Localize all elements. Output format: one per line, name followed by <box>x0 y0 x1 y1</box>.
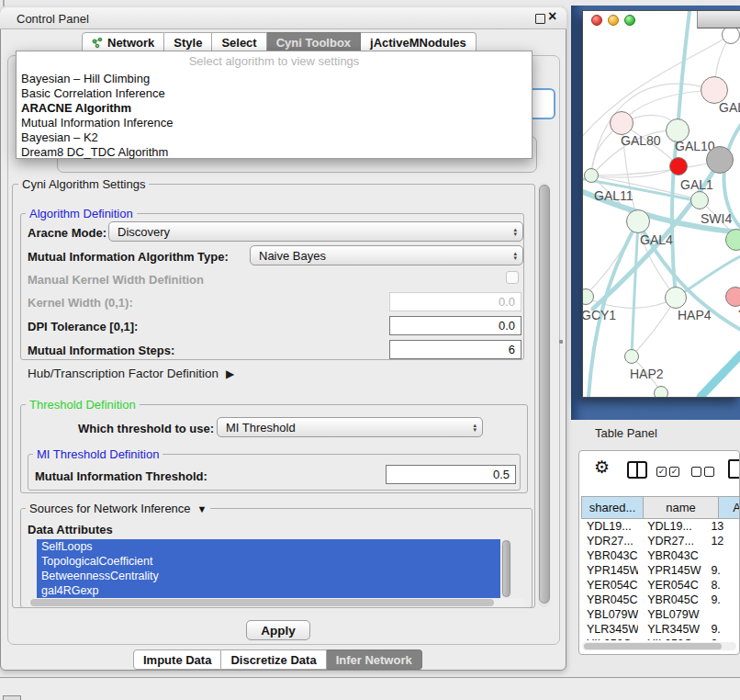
table-cell[interactable]: 9. <box>707 564 740 577</box>
table-cell[interactable]: YER054C <box>638 579 707 592</box>
mi-algorithm-type-select-value: Naive Bayes <box>259 249 326 263</box>
network-window[interactable]: GALGAL80GAL10GAL1GAL11GAL4SWI4GCY1HAP4YH… <box>582 10 740 398</box>
tab-discretize-data[interactable]: Discretize Data <box>221 649 326 670</box>
table-cell[interactable]: 12 <box>707 535 740 548</box>
table-row[interactable]: YLR345WYLR345W9. <box>581 622 740 637</box>
dropdown-item-dream8-dc-tdc-algorithm[interactable]: Dream8 DC_TDC Algorithm <box>17 145 532 160</box>
table-cell[interactable]: YLR345W <box>581 623 638 636</box>
table-horizontal-scrollbar-thumb[interactable] <box>584 643 722 649</box>
gear-icon[interactable]: ⚙ <box>594 457 610 478</box>
tab-impute-data[interactable]: Impute Data <box>133 649 221 670</box>
zoom-traffic-light[interactable] <box>624 15 635 26</box>
table-row[interactable]: YDR27...YDR27...12 <box>581 534 740 548</box>
node-label-gal11: GAL11 <box>594 188 633 203</box>
table-cell[interactable]: 13 <box>707 520 740 533</box>
table-cell[interactable]: YBR043C <box>638 549 707 562</box>
tab-label: Impute Data <box>143 653 211 667</box>
table-cell[interactable]: 8. <box>707 579 740 592</box>
table-row[interactable]: YIL052CYIL052C9 <box>581 637 740 640</box>
close-traffic-light[interactable] <box>591 15 602 26</box>
page-icon[interactable] <box>728 459 740 479</box>
table-row[interactable]: YPR145WYPR145W9. <box>581 563 740 578</box>
tab-infer-network[interactable]: Infer Network <box>327 649 422 670</box>
table-cell[interactable]: 9. <box>707 593 740 606</box>
mi-algorithm-type-select[interactable]: Naive Bayes ▴▾ <box>250 245 523 265</box>
close-icon[interactable]: × <box>548 9 556 24</box>
table-cell[interactable]: 9 <box>707 638 740 640</box>
node[interactable] <box>706 146 734 174</box>
dropdown-item-mutual-information-inference[interactable]: Mutual Information Inference <box>17 116 532 130</box>
mi-steps-label: Mutual Information Steps: <box>28 344 174 357</box>
dropdown-item-aracne-algorithm[interactable]: ARACNE Algorithm <box>17 101 532 116</box>
node-gal80[interactable] <box>610 111 633 135</box>
node-label-gal1: GAL1 <box>680 177 713 192</box>
sources-group-title[interactable]: Sources for Network Inference ▼ <box>26 502 210 515</box>
apply-button[interactable]: Apply <box>246 620 310 640</box>
node-gcy1[interactable] <box>582 288 594 305</box>
network-canvas[interactable]: GALGAL80GAL10GAL1GAL11GAL4SWI4GCY1HAP4YH… <box>583 11 740 397</box>
node-gal1[interactable] <box>690 191 709 209</box>
table-cell[interactable]: YDR27... <box>638 535 707 548</box>
minimize-traffic-light[interactable] <box>608 15 619 26</box>
attribute-item-betweennesscentrality[interactable]: BetweennessCentrality <box>37 569 500 583</box>
attribute-item-topologicalcoefficient[interactable]: TopologicalCoefficient <box>37 554 500 569</box>
table-row[interactable]: YBL079WYBL079W <box>581 607 740 622</box>
aracne-mode-select[interactable]: Discovery ▴▾ <box>108 221 523 242</box>
attribute-item-selfloops[interactable]: SelfLoops <box>37 539 500 554</box>
which-threshold-select[interactable]: MI Threshold ▴▾ <box>217 417 483 437</box>
dropdown-item-bayesian-k2[interactable]: Bayesian – K2 <box>17 130 532 145</box>
kernel-width-field[interactable]: 0.0 <box>389 292 521 311</box>
node-hap2[interactable] <box>624 349 639 364</box>
columns-icon[interactable] <box>627 461 647 479</box>
table-cell[interactable]: YBL079W <box>638 608 707 621</box>
select-all-icon-2[interactable]: ✓ <box>669 467 679 477</box>
column-header-name[interactable]: name <box>644 496 719 519</box>
attribute-item-gal4rgexp[interactable]: gal4RGexp <box>37 583 500 598</box>
hub-definition-toggle[interactable]: Hub/Transcription Factor Definition ▶ <box>28 367 234 380</box>
table-cell[interactable]: YBR045C <box>581 593 638 606</box>
column-header-a[interactable]: A <box>719 496 740 519</box>
table-cell[interactable]: YBR045C <box>638 593 707 606</box>
table-row[interactable]: YER054CYER054C8. <box>581 578 740 593</box>
node-hap4[interactable] <box>665 287 687 309</box>
table-cell[interactable]: YDL19... <box>638 520 707 533</box>
manual-kernel-width-checkbox[interactable] <box>506 271 519 284</box>
node[interactable] <box>654 386 668 398</box>
table-row[interactable]: YBR045CYBR045C9. <box>581 593 740 607</box>
sources-horizontal-scrollbar-thumb[interactable] <box>30 599 494 606</box>
deselect-all-icon-2[interactable] <box>704 467 714 477</box>
table-cell[interactable]: 9. <box>707 623 740 636</box>
table-cell[interactable]: YPR145W <box>581 564 638 577</box>
table-cell[interactable]: YER054C <box>581 579 638 592</box>
node-swi4[interactable] <box>725 229 740 251</box>
table-cell[interactable]: YPR145W <box>638 564 707 577</box>
node[interactable] <box>669 157 688 175</box>
dpi-tolerance-field[interactable]: 0.0 <box>389 316 521 335</box>
dropdown-item-bayesian-hill-climbing[interactable]: Bayesian – Hill Climbing <box>17 72 532 86</box>
table-cell[interactable]: YDR27... <box>581 535 638 548</box>
dropdown-item-basic-correlation-inference[interactable]: Basic Correlation Inference <box>17 86 532 101</box>
settings-vertical-scrollbar-thumb[interactable] <box>539 185 550 604</box>
table-row[interactable]: YDL19...YDL19...13 <box>581 519 740 534</box>
column-header-shared[interactable]: shared... <box>581 496 644 519</box>
float-window-icon[interactable] <box>535 14 545 24</box>
mi-steps-field[interactable]: 6 <box>389 340 521 359</box>
node-gal4[interactable] <box>626 209 650 233</box>
node-y[interactable] <box>725 287 740 307</box>
table-cell[interactable]: YDL19... <box>581 520 638 533</box>
table-cell[interactable]: YIL052C <box>581 638 638 640</box>
expand-right-triangle-icon: ▶ <box>226 367 234 380</box>
which-threshold-select-value: MI Threshold <box>226 421 296 435</box>
table-row[interactable]: YBR043CYBR043C <box>581 548 740 563</box>
node[interactable] <box>722 26 740 44</box>
table-cell[interactable]: YLR345W <box>638 623 707 636</box>
dropdown-items: Bayesian – Hill ClimbingBasic Correlatio… <box>17 72 532 160</box>
node-gal11[interactable] <box>584 168 599 183</box>
deselect-all-icon[interactable] <box>691 467 701 477</box>
select-all-icon[interactable]: ✓ <box>656 467 667 477</box>
table-cell[interactable]: YBL079W <box>581 608 638 621</box>
table-cell[interactable]: YBR043C <box>581 549 638 562</box>
table-cell[interactable]: YIL052C <box>638 638 707 640</box>
mi-threshold-field[interactable]: 0.5 <box>386 465 516 484</box>
attributes-vertical-scrollbar-thumb[interactable] <box>502 540 510 597</box>
